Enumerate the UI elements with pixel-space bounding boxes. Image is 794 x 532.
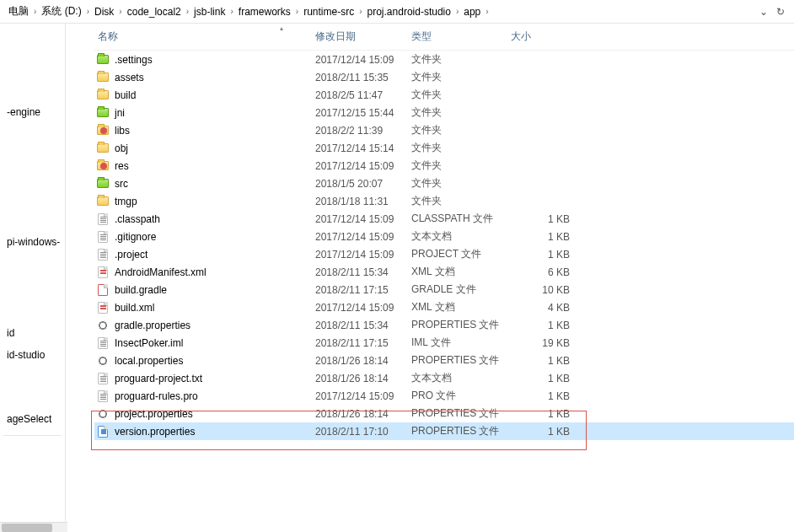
file-date: 2018/2/11 17:15 (315, 337, 411, 349)
sidebar-item[interactable]: -engine (0, 101, 65, 123)
file-type: 文件夹 (411, 105, 511, 120)
file-size: 6 KB (511, 266, 570, 278)
file-name: .project (115, 249, 315, 261)
file-name: tmgp (115, 196, 315, 207)
text-file-icon (94, 248, 111, 261)
file-size: 1 KB (511, 320, 570, 331)
breadcrumb-item[interactable]: 电脑 (5, 4, 32, 19)
chevron-right-icon[interactable]: › (85, 7, 91, 16)
breadcrumb-item[interactable]: app (460, 6, 484, 18)
file-name: .settings (115, 54, 315, 66)
breadcrumb-item[interactable]: frameworks (235, 6, 294, 18)
file-row[interactable]: build2018/2/5 11:47文件夹 (94, 86, 794, 104)
column-size[interactable]: 大小 (511, 30, 578, 44)
file-type: 文件夹 (411, 141, 511, 155)
file-date: 2018/1/26 18:14 (315, 373, 411, 384)
folder-icon (94, 142, 111, 155)
file-size: 1 KB (511, 249, 570, 261)
file-row[interactable]: build.xml2017/12/14 15:09XML 文档4 KB (94, 298, 794, 316)
file-row[interactable]: proguard-rules.pro2017/12/14 15:09PRO 文件… (94, 387, 794, 405)
sidebar-item[interactable]: ageSelect (0, 408, 65, 430)
breadcrumb-item[interactable]: runtime-src (300, 6, 357, 18)
file-size: 1 KB (511, 355, 570, 367)
file-row[interactable]: build.gradle2018/2/11 17:15GRADLE 文件10 K… (94, 281, 794, 298)
chevron-right-icon[interactable]: › (117, 7, 123, 16)
breadcrumb-item[interactable]: proj.android-studio (364, 6, 454, 18)
file-row[interactable]: .gitignore2017/12/14 15:09文本文档1 KB (94, 228, 794, 245)
file-row[interactable]: tmgp2018/1/18 11:31文件夹 (94, 192, 794, 210)
file-row[interactable]: assets2018/2/11 15:35文件夹 (94, 68, 794, 86)
file-size: 1 KB (511, 390, 570, 402)
file-row[interactable]: project.properties2018/1/26 18:14PROPERT… (94, 405, 794, 422)
file-name: src (115, 178, 315, 190)
folder-icon (94, 159, 111, 173)
breadcrumb-item[interactable]: code_local2 (124, 6, 185, 18)
chevron-right-icon[interactable]: › (357, 7, 363, 16)
file-row[interactable]: proguard-project.txt2018/1/26 18:14文本文档1… (94, 369, 794, 387)
chevron-right-icon[interactable]: › (228, 7, 234, 16)
file-size: 10 KB (511, 284, 570, 296)
file-row[interactable]: src2018/1/5 20:07文件夹 (94, 175, 794, 192)
file-row[interactable]: local.properties2018/1/26 18:14PROPERTIE… (94, 352, 794, 369)
file-date: 2018/2/2 11:39 (315, 125, 411, 137)
breadcrumb-item[interactable]: 系统 (D:) (38, 4, 84, 19)
file-date: 2017/12/14 15:09 (315, 302, 411, 314)
breadcrumb-item[interactable]: Disk (91, 6, 117, 18)
file-row[interactable]: .project2017/12/14 15:09PROJECT 文件1 KB (94, 245, 794, 263)
column-type[interactable]: 类型 (411, 30, 511, 44)
file-row[interactable]: .classpath2017/12/14 15:09CLASSPATH 文件1 … (94, 210, 794, 228)
file-row[interactable]: libs2018/2/2 11:39文件夹 (94, 121, 794, 139)
file-row[interactable]: jni2017/12/15 15:44文件夹 (94, 104, 794, 121)
file-list: .settings2017/12/14 15:09文件夹assets2018/2… (94, 51, 794, 440)
file-date: 2018/1/26 18:14 (315, 408, 411, 420)
column-date[interactable]: 修改日期 (315, 30, 411, 44)
file-date: 2018/2/5 11:47 (315, 89, 411, 101)
column-name[interactable]: 名称 ▴ (94, 30, 315, 44)
folder-icon (94, 195, 111, 208)
chevron-right-icon[interactable]: › (32, 7, 38, 16)
file-row[interactable]: obj2017/12/14 15:14文件夹 (94, 139, 794, 157)
horizontal-scrollbar[interactable] (0, 522, 67, 532)
file-type: PROPERTIES 文件 (411, 318, 511, 332)
file-type: XML 文档 (411, 300, 511, 314)
file-type: IML 文件 (411, 336, 511, 350)
file-name: gradle.properties (115, 320, 315, 331)
file-row[interactable]: .settings2017/12/14 15:09文件夹 (94, 51, 794, 68)
chevron-right-icon[interactable]: › (484, 7, 490, 16)
file-date: 2018/2/11 15:34 (315, 320, 411, 331)
properties-file-icon (94, 354, 111, 368)
sidebar-item[interactable]: id-studio (0, 344, 65, 366)
scrollbar-thumb[interactable] (2, 524, 52, 532)
content-area: 名称 ▴ 修改日期 类型 大小 .settings2017/12/14 15:0… (66, 24, 794, 532)
file-row[interactable]: version.properties2018/2/11 17:10PROPERT… (94, 422, 794, 440)
chevron-right-icon[interactable]: › (185, 7, 190, 16)
file-name: build.gradle (115, 284, 315, 296)
breadcrumb: 电脑›系统 (D:)›Disk›code_local2›jsb-link›fra… (0, 0, 794, 24)
refresh-icon[interactable]: ↻ (772, 6, 789, 18)
file-row[interactable]: InsectPoker.iml2018/2/11 17:15IML 文件19 K… (94, 334, 794, 352)
sidebar-item[interactable]: pi-windows- (0, 231, 65, 253)
file-row[interactable]: AndroidManifest.xml2018/2/11 15:34XML 文档… (94, 263, 794, 281)
file-type: 文件夹 (411, 123, 511, 137)
folder-icon (94, 53, 111, 67)
file-row[interactable]: gradle.properties2018/2/11 15:34PROPERTI… (94, 316, 794, 334)
file-name: proguard-rules.pro (115, 390, 315, 402)
column-headers: 名称 ▴ 修改日期 类型 大小 (94, 24, 794, 51)
chevron-right-icon[interactable]: › (454, 7, 460, 16)
text-file-icon (94, 372, 111, 385)
breadcrumb-dropdown-icon[interactable]: ⌄ (755, 6, 772, 18)
file-type: PROJECT 文件 (411, 247, 511, 261)
file-icon (94, 425, 111, 438)
file-type: PROPERTIES 文件 (411, 353, 511, 368)
file-size: 1 KB (511, 426, 570, 438)
sidebar-item[interactable]: id (0, 322, 65, 344)
chevron-right-icon[interactable]: › (294, 7, 300, 16)
file-date: 2018/2/11 17:15 (315, 284, 411, 296)
file-row[interactable]: res2017/12/14 15:09文件夹 (94, 157, 794, 175)
gradle-file-icon (94, 283, 111, 297)
file-name: res (115, 160, 315, 172)
xml-file-icon (94, 266, 111, 279)
file-type: 文件夹 (411, 194, 511, 208)
breadcrumb-item[interactable]: jsb-link (190, 6, 228, 18)
file-type: 文件夹 (411, 52, 511, 67)
